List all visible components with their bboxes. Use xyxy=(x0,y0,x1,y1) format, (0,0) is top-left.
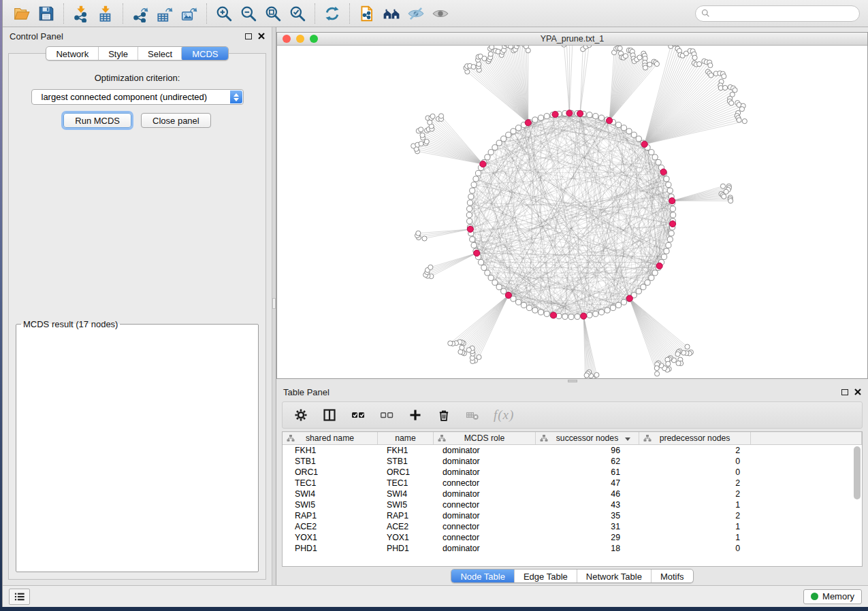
zoom-in-button[interactable] xyxy=(212,3,236,24)
cell[interactable]: RAP1 xyxy=(378,510,434,521)
cell[interactable]: FKH1 xyxy=(378,445,434,456)
network-canvas[interactable] xyxy=(277,46,867,378)
run-mcds-button[interactable]: Run MCDS xyxy=(63,113,131,128)
refresh-view-button[interactable] xyxy=(320,3,344,24)
mcds-result-item[interactable]: PHD1 xyxy=(21,331,244,332)
table-row[interactable]: FKH1FKH1dominator962 xyxy=(283,445,862,456)
save-session-button[interactable] xyxy=(34,3,59,24)
cell[interactable]: PHD1 xyxy=(283,543,378,554)
cell[interactable]: connector xyxy=(434,521,536,532)
cell[interactable]: 1 xyxy=(639,499,751,510)
cell[interactable]: YOX1 xyxy=(283,532,378,543)
select-all-button[interactable] xyxy=(351,408,366,423)
column-header-predecessor-nodes[interactable]: predecessor nodes xyxy=(639,432,751,444)
table-row[interactable]: TEC1TEC1connector472 xyxy=(283,478,862,489)
cell[interactable]: YOX1 xyxy=(378,532,434,543)
tab-node-table[interactable]: Node Table xyxy=(451,569,515,583)
zoom-out-button[interactable] xyxy=(236,3,261,24)
cell[interactable]: SWI5 xyxy=(378,499,434,510)
cell[interactable]: SWI5 xyxy=(283,499,378,510)
sort-caret-icon[interactable] xyxy=(625,437,630,441)
cell[interactable]: SWI4 xyxy=(283,489,378,499)
table-scrollbar[interactable] xyxy=(854,446,861,499)
tab-select[interactable]: Select xyxy=(138,47,182,60)
duplicate-network-button[interactable] xyxy=(355,3,379,24)
cell[interactable]: STB1 xyxy=(283,456,378,467)
table-row[interactable]: YOX1YOX1connector291 xyxy=(283,532,862,543)
table-row[interactable]: SWI4SWI4dominator462 xyxy=(283,489,862,499)
cell[interactable]: dominator xyxy=(434,543,536,554)
memory-button[interactable]: Memory xyxy=(803,589,862,604)
show-all-button[interactable] xyxy=(428,3,453,24)
column-header-MCDS-role[interactable]: MCDS role xyxy=(434,432,536,444)
cell[interactable]: dominator xyxy=(434,489,536,499)
cell[interactable]: 0 xyxy=(639,456,751,467)
panel-split-divider[interactable] xyxy=(272,27,276,585)
cell[interactable]: ORC1 xyxy=(378,467,434,478)
import-table-button[interactable] xyxy=(93,3,118,24)
zoom-selected-button[interactable] xyxy=(285,3,310,24)
cell[interactable]: 61 xyxy=(536,467,639,478)
close-table-panel-icon[interactable] xyxy=(854,389,861,395)
cell[interactable]: 31 xyxy=(536,521,639,532)
cell[interactable]: ACE2 xyxy=(378,521,434,532)
column-view-button[interactable] xyxy=(322,408,337,423)
cell[interactable]: connector xyxy=(434,532,536,543)
table-row[interactable]: STB1STB1dominator620 xyxy=(283,456,862,467)
cell[interactable]: SWI4 xyxy=(378,489,434,499)
gear-button[interactable] xyxy=(293,408,308,423)
table-row[interactable]: ACE2ACE2connector311 xyxy=(283,521,862,532)
minimize-window-icon[interactable] xyxy=(296,35,304,43)
cell[interactable]: STB1 xyxy=(378,456,434,467)
tab-style[interactable]: Style xyxy=(98,47,138,60)
tab-mcds[interactable]: MCDS xyxy=(181,46,228,61)
close-panel-button[interactable]: Close panel xyxy=(141,113,211,128)
cell[interactable]: 96 xyxy=(536,445,639,456)
cell[interactable]: dominator xyxy=(434,467,536,478)
export-network-button[interactable] xyxy=(128,3,152,24)
cell[interactable]: dominator xyxy=(434,510,536,521)
cell[interactable]: 1 xyxy=(639,532,751,543)
cell[interactable]: 2 xyxy=(639,445,751,456)
open-file-button[interactable] xyxy=(10,3,34,24)
cell[interactable]: connector xyxy=(434,478,536,489)
cell[interactable]: 47 xyxy=(536,478,639,489)
table-row[interactable]: ORC1ORC1dominator610 xyxy=(283,467,862,478)
cell[interactable]: 35 xyxy=(536,510,639,521)
close-panel-icon[interactable] xyxy=(258,33,265,39)
task-history-button[interactable] xyxy=(9,589,30,605)
delete-column-button[interactable] xyxy=(465,408,480,423)
close-window-icon[interactable] xyxy=(283,35,291,43)
column-header-name[interactable]: name xyxy=(378,432,434,444)
cell[interactable]: ACE2 xyxy=(283,521,378,532)
cell[interactable]: 1 xyxy=(639,521,751,532)
cell[interactable]: PHD1 xyxy=(378,543,434,554)
cell[interactable]: 2 xyxy=(639,489,751,499)
cell[interactable]: FKH1 xyxy=(283,445,378,456)
cell[interactable]: 18 xyxy=(536,543,639,554)
optimization-criterion-select[interactable]: largest connected component (undirected) xyxy=(31,89,244,105)
cell[interactable]: 0 xyxy=(639,543,751,554)
search-box[interactable] xyxy=(695,5,860,22)
float-table-panel-icon[interactable] xyxy=(841,389,848,395)
table-row[interactable]: PHD1PHD1dominator180 xyxy=(283,543,862,554)
cell[interactable]: connector xyxy=(434,499,536,510)
first-neighbors-button[interactable] xyxy=(379,3,404,24)
cell[interactable]: dominator xyxy=(434,445,536,456)
cell[interactable]: TEC1 xyxy=(283,478,378,489)
tab-motifs[interactable]: Motifs xyxy=(651,569,693,582)
delete-row-button[interactable] xyxy=(436,408,451,423)
float-panel-icon[interactable] xyxy=(245,33,252,39)
cell[interactable]: RAP1 xyxy=(283,510,378,521)
search-input[interactable] xyxy=(713,9,854,18)
cell[interactable]: 2 xyxy=(639,478,751,489)
mcds-result-list[interactable]: PHD1CAR1STP4TID3YOX1SWI4SRD1PMA2FKH1ACE2… xyxy=(17,331,248,332)
cell[interactable]: 46 xyxy=(536,489,639,499)
cell[interactable]: 2 xyxy=(639,510,751,521)
table-row[interactable]: RAP1RAP1dominator352 xyxy=(283,510,862,521)
export-table-button[interactable] xyxy=(152,3,177,24)
cell[interactable]: 0 xyxy=(639,467,751,478)
zoom-fit-button[interactable] xyxy=(261,3,285,24)
tab-network-table[interactable]: Network Table xyxy=(577,569,651,582)
function-builder-button[interactable]: f(x) xyxy=(494,408,514,423)
